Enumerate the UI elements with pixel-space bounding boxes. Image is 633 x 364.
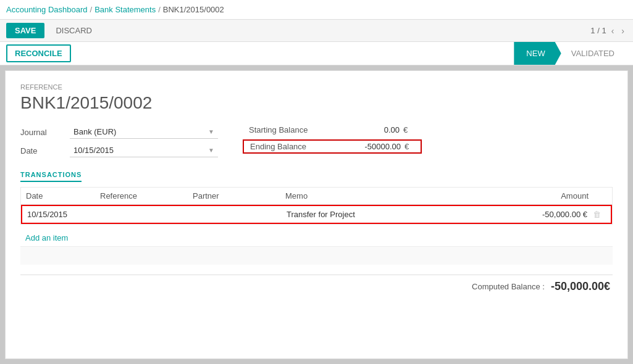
reference-label: Reference: [20, 83, 613, 91]
discard-button[interactable]: DISCARD: [49, 23, 98, 38]
journal-dropdown-icon: ▼: [208, 128, 214, 135]
ending-balance-label: Ending Balance: [244, 142, 330, 151]
reconcile-button[interactable]: RECONCILE: [6, 44, 71, 62]
col-amount: Amount: [502, 191, 589, 201]
pagination: 1 / 1 ‹ ›: [590, 25, 627, 37]
journal-label: Journal: [20, 128, 70, 137]
breadcrumb: Accounting Dashboard / Bank Statements /…: [6, 5, 224, 14]
action-bar-left: SAVE DISCARD: [6, 23, 98, 38]
reference-value: BNK1/2015/0002: [20, 93, 613, 113]
date-dropdown-icon: ▼: [208, 147, 214, 154]
starting-balance-label: Starting Balance: [243, 125, 329, 134]
step-new: NEW: [514, 42, 561, 65]
row-memo: Transfer for Project: [287, 210, 501, 219]
breadcrumb-bar: Accounting Dashboard / Bank Statements /…: [0, 0, 633, 20]
row-delete-icon[interactable]: 🗑: [587, 210, 606, 219]
breadcrumb-sep1: /: [90, 5, 93, 14]
ending-balance-value[interactable]: -50000.00: [330, 142, 405, 151]
add-item-link[interactable]: Add an item: [25, 233, 68, 242]
col-memo: Memo: [285, 191, 502, 201]
main-content: Reference BNK1/2015/0002 Journal Bank (E…: [5, 70, 628, 359]
empty-row: [20, 246, 613, 265]
action-bar: SAVE DISCARD 1 / 1 ‹ ›: [0, 20, 633, 42]
transactions-table: Date Reference Partner Memo Amount 10/15…: [20, 187, 613, 225]
col-date: Date: [26, 191, 100, 201]
ending-balance-currency: €: [405, 142, 423, 151]
breadcrumb-home[interactable]: Accounting Dashboard: [6, 5, 88, 14]
table-header: Date Reference Partner Memo Amount: [21, 188, 612, 205]
transactions-title: TRANSACTIONS: [20, 171, 82, 182]
starting-balance-currency: €: [403, 125, 422, 134]
col-partner: Partner: [193, 191, 285, 201]
pagination-text: 1 / 1: [590, 26, 606, 35]
journal-input[interactable]: Bank (EUR) ▼: [70, 125, 218, 139]
computed-balance-value: -50,000.00€: [551, 280, 610, 293]
pagination-prev-button[interactable]: ‹: [609, 25, 617, 37]
row-date: 10/15/2015: [27, 210, 101, 219]
col-actions: [589, 191, 607, 201]
step-validated: VALIDATED: [561, 42, 627, 65]
table-row[interactable]: 10/15/2015 Transfer for Project -50,000.…: [21, 205, 612, 224]
status-steps: NEW VALIDATED: [514, 42, 627, 65]
breadcrumb-sep2: /: [158, 5, 161, 14]
breadcrumb-bank-statements[interactable]: Bank Statements: [94, 5, 156, 14]
computed-balance: Computed Balance : -50,000.00€: [20, 275, 613, 293]
transactions-section: TRANSACTIONS Date Reference Partner Memo…: [20, 170, 613, 265]
starting-balance-value: 0.00: [329, 125, 403, 134]
computed-balance-label: Computed Balance :: [472, 282, 545, 291]
pagination-next-button[interactable]: ›: [619, 25, 627, 37]
date-label: Date: [20, 146, 70, 155]
status-bar: RECONCILE NEW VALIDATED: [0, 42, 633, 65]
row-amount: -50,000.00 €: [501, 210, 587, 219]
col-reference: Reference: [100, 191, 193, 201]
date-input[interactable]: 10/15/2015 ▼: [70, 144, 218, 157]
breadcrumb-current: BNK1/2015/0002: [163, 5, 224, 14]
save-button[interactable]: SAVE: [6, 23, 44, 38]
